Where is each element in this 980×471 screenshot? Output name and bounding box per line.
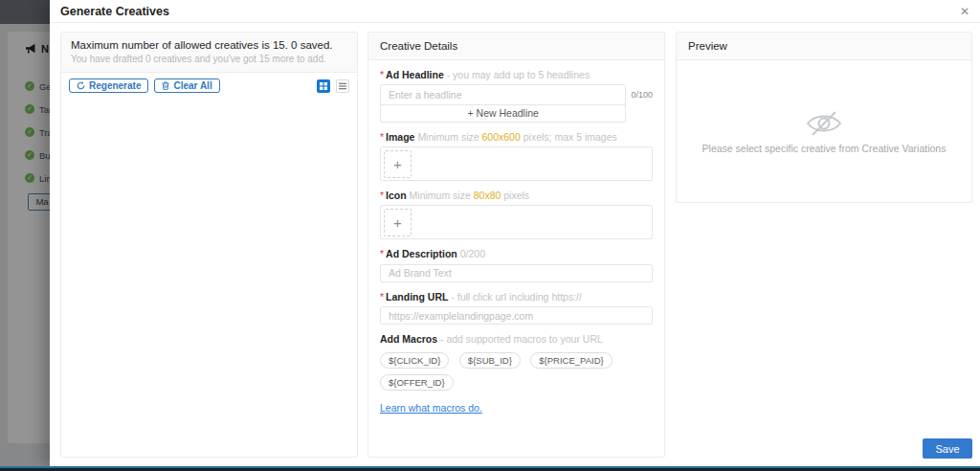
headline-input[interactable] — [381, 85, 625, 105]
close-icon[interactable]: ✕ — [960, 6, 969, 17]
landing-url-input[interactable] — [380, 306, 653, 325]
preview-panel: Preview Please select specific creative … — [676, 32, 972, 203]
creative-details-body: *Ad Headline - you may add up to 5 headl… — [368, 60, 664, 424]
image-min-size: 600x600 — [481, 131, 520, 143]
required-marker: * — [380, 248, 384, 259]
image-upload-area: + — [380, 146, 653, 181]
refresh-icon — [77, 81, 85, 90]
ad-description-label: *Ad Description 0/200 — [380, 248, 653, 259]
macro-chip-price-paid[interactable]: ${PRICE_PAID} — [530, 352, 612, 369]
plus-icon: + — [393, 214, 402, 231]
required-marker: * — [380, 291, 384, 303]
list-view-toggle[interactable] — [336, 79, 349, 93]
creative-details-panel: Creative Details *Ad Headline - you may … — [368, 32, 665, 458]
clear-all-button[interactable]: Clear All — [154, 78, 219, 93]
required-marker: * — [380, 190, 384, 201]
icon-upload-area: + — [380, 205, 653, 239]
required-marker: * — [380, 69, 384, 80]
generate-creatives-modal: Generate Creatives ✕ Maximum number of a… — [50, 0, 980, 466]
icon-min-size: 80x80 — [474, 190, 501, 201]
save-button[interactable]: Save — [923, 438, 972, 459]
new-headline-button[interactable]: + New Headline — [381, 105, 625, 122]
preview-header: Preview — [677, 33, 971, 60]
regenerate-label: Regenerate — [89, 80, 141, 91]
preview-empty-state: Please select specific creative from Cre… — [677, 60, 971, 202]
ad-headline-hint: - you may add up to 5 headlines — [447, 69, 590, 80]
add-macros-hint: - add supported macros to your URL — [440, 333, 603, 345]
creatives-panel: Maximum number of allowed creatives is 1… — [60, 32, 358, 458]
creatives-drafted-text: You have drafted 0 creatives and you've … — [71, 54, 347, 64]
image-label: *Image Minimum size 600x600 pixels; max … — [380, 131, 653, 143]
icon-label: *Icon Minimum size 80x80 pixels — [380, 190, 653, 201]
grid-icon — [320, 82, 327, 90]
landing-url-label: *Landing URL - full click url including … — [380, 291, 653, 303]
add-macros-label: Add Macros - add supported macros to you… — [380, 333, 653, 345]
list-icon — [339, 82, 346, 90]
creatives-panel-header: Maximum number of allowed creatives is 1… — [61, 33, 357, 73]
headline-group: + New Headline — [380, 84, 626, 123]
macro-chip-click-id[interactable]: ${CLICK_ID} — [380, 352, 449, 369]
clear-all-label: Clear All — [173, 80, 212, 91]
creatives-limit-text: Maximum number of allowed creatives is 1… — [71, 39, 347, 51]
screen: N ✓ Gen ✓ Tar ✓ Tra ✓ Bud ✓ Lin Ma Gener… — [0, 0, 980, 471]
preview-empty-text: Please select specific creative from Cre… — [702, 143, 947, 154]
icon-upload-button[interactable]: + — [384, 209, 412, 236]
landing-url-hint: - full click url including https:// — [451, 291, 582, 303]
headline-counter: 0/100 — [631, 90, 653, 100]
creatives-toolbar: Regenerate Clear All — [61, 73, 357, 99]
creative-details-header: Creative Details — [368, 33, 664, 60]
required-marker: * — [380, 131, 384, 143]
regenerate-button[interactable]: Regenerate — [69, 78, 148, 93]
description-counter: 0/200 — [460, 248, 485, 259]
macro-chip-offer-id[interactable]: ${OFFER_ID} — [380, 374, 454, 391]
headline-row: + New Headline 0/100 — [380, 84, 653, 123]
ad-description-input[interactable] — [380, 264, 653, 282]
macros-help-link[interactable]: Learn what macros do. — [380, 402, 482, 414]
modal-title: Generate Creatives — [60, 5, 169, 18]
ad-headline-label: *Ad Headline - you may add up to 5 headl… — [380, 69, 653, 80]
macro-chip-sub-id[interactable]: ${SUB_ID} — [459, 352, 521, 369]
plus-icon: + — [468, 107, 474, 119]
plus-icon: + — [393, 156, 402, 172]
modal-header: Generate Creatives ✕ — [50, 0, 980, 23]
image-upload-button[interactable]: + — [384, 150, 412, 178]
eye-invisible-icon — [804, 109, 844, 138]
trash-icon — [162, 81, 169, 90]
macro-chips: ${CLICK_ID} ${SUB_ID} ${PRICE_PAID} ${OF… — [380, 350, 653, 394]
grid-view-toggle[interactable] — [317, 79, 330, 93]
